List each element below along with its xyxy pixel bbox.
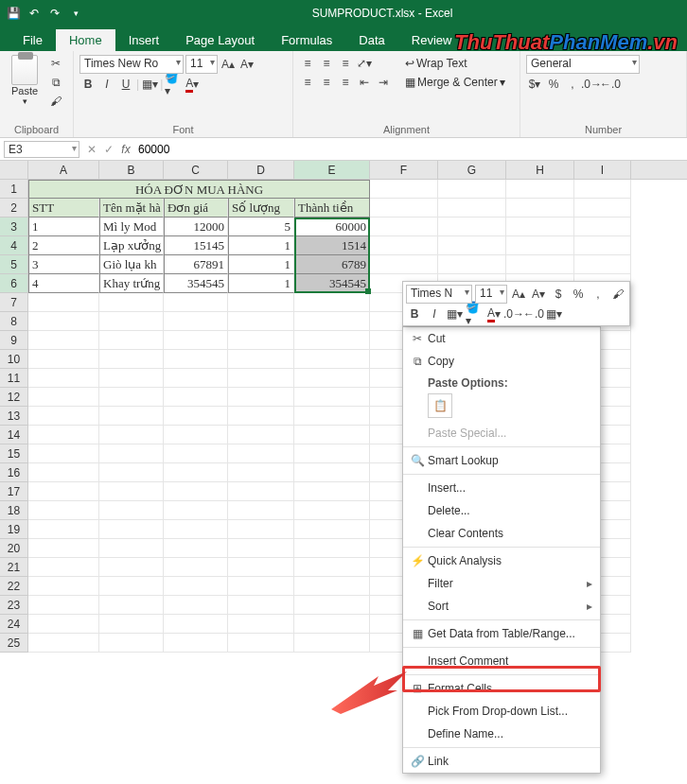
cell[interactable]: Lạp xưởng xyxy=(99,236,164,255)
row-header[interactable]: 21 xyxy=(0,558,28,577)
cell-header[interactable]: Thành tiền xyxy=(294,199,370,218)
cell[interactable] xyxy=(28,577,99,596)
merge-center-button[interactable]: ▦Merge & Center ▾ xyxy=(401,74,509,91)
cell[interactable] xyxy=(164,350,228,369)
row-header[interactable]: 16 xyxy=(0,463,28,482)
copy-icon[interactable]: ⧉ xyxy=(47,74,64,91)
cell[interactable] xyxy=(164,426,228,444)
cell[interactable] xyxy=(28,615,99,634)
percent-icon[interactable]: % xyxy=(545,76,562,93)
font-name-select[interactable]: Times New Ro xyxy=(79,55,184,74)
row-header[interactable]: 25 xyxy=(0,634,28,653)
col-G[interactable]: G xyxy=(438,161,506,179)
cell[interactable] xyxy=(438,180,506,199)
align-middle-icon[interactable]: ≡ xyxy=(318,55,335,72)
cell[interactable] xyxy=(99,577,164,596)
cell-header[interactable]: Tên mặt hà xyxy=(99,199,164,218)
row-header[interactable]: 5 xyxy=(0,255,28,274)
cell[interactable] xyxy=(294,501,370,520)
wrap-text-button[interactable]: ↩Wrap Text xyxy=(401,55,509,72)
cell[interactable] xyxy=(164,369,228,388)
align-left-icon[interactable]: ≡ xyxy=(299,74,316,91)
cell[interactable] xyxy=(99,388,164,407)
row-header[interactable]: 18 xyxy=(0,501,28,520)
cell[interactable] xyxy=(164,615,228,634)
mini-bold-button[interactable]: B xyxy=(406,305,423,322)
cell[interactable] xyxy=(28,407,99,426)
row-header[interactable]: 19 xyxy=(0,520,28,539)
col-F[interactable]: F xyxy=(370,161,438,179)
cell[interactable] xyxy=(228,501,294,520)
select-all-corner[interactable] xyxy=(0,161,28,179)
cell[interactable] xyxy=(99,520,164,539)
ctx-copy[interactable]: ⧉Copy xyxy=(403,350,600,373)
cell[interactable] xyxy=(228,444,294,463)
cell[interactable] xyxy=(164,520,228,539)
row-header[interactable]: 22 xyxy=(0,577,28,596)
cell[interactable] xyxy=(99,312,164,331)
cell[interactable] xyxy=(506,199,574,218)
dec-decimal-icon[interactable]: ←.0 xyxy=(602,76,619,93)
cell[interactable] xyxy=(99,596,164,615)
cell[interactable] xyxy=(574,255,631,274)
cell[interactable] xyxy=(228,426,294,444)
cell[interactable] xyxy=(164,558,228,577)
cell[interactable] xyxy=(28,426,99,444)
cell[interactable] xyxy=(438,199,506,218)
undo-icon[interactable]: ↶ xyxy=(26,6,42,21)
mini-grow-font-icon[interactable]: A▴ xyxy=(510,286,527,303)
cell[interactable]: 5 xyxy=(228,218,294,236)
cell[interactable]: 354545 xyxy=(164,274,228,293)
row-header[interactable]: 3 xyxy=(0,218,28,236)
inc-decimal-icon[interactable]: .0→ xyxy=(583,76,600,93)
cell[interactable] xyxy=(28,350,99,369)
cell[interactable]: Khay trứng xyxy=(99,274,164,293)
ctx-quick-analysis[interactable]: ⚡Quick Analysis xyxy=(403,549,600,572)
cell[interactable] xyxy=(294,293,370,312)
row-header[interactable]: 11 xyxy=(0,369,28,388)
cell[interactable] xyxy=(438,255,506,274)
cell[interactable] xyxy=(28,501,99,520)
grow-font-icon[interactable]: A▴ xyxy=(220,56,237,73)
row-header[interactable]: 6 xyxy=(0,274,28,293)
row-header[interactable]: 20 xyxy=(0,539,28,558)
cell[interactable] xyxy=(99,444,164,463)
mini-shrink-font-icon[interactable]: A▾ xyxy=(530,286,547,303)
mini-dec-decimal-icon[interactable]: ←.0 xyxy=(525,305,542,322)
cell[interactable]: 1 xyxy=(28,218,99,236)
cell[interactable] xyxy=(99,463,164,482)
enter-icon[interactable]: ✓ xyxy=(100,143,117,156)
cell[interactable]: 1 xyxy=(228,236,294,255)
cell[interactable] xyxy=(370,199,438,218)
row-header[interactable]: 17 xyxy=(0,482,28,501)
mini-font-color-icon[interactable]: A▾ xyxy=(485,305,502,322)
mini-percent-icon[interactable]: % xyxy=(570,286,587,303)
cell[interactable] xyxy=(28,463,99,482)
cell[interactable] xyxy=(294,558,370,577)
cell[interactable] xyxy=(294,577,370,596)
cell[interactable] xyxy=(164,407,228,426)
cell[interactable] xyxy=(99,615,164,634)
row-header[interactable]: 4 xyxy=(0,236,28,255)
cell-header[interactable]: STT xyxy=(28,199,99,218)
cell[interactable] xyxy=(294,407,370,426)
cell[interactable] xyxy=(370,236,438,255)
mini-border-icon[interactable]: ▦▾ xyxy=(446,305,463,322)
cell[interactable] xyxy=(228,331,294,350)
row-header[interactable]: 14 xyxy=(0,426,28,444)
cell[interactable] xyxy=(164,444,228,463)
fill-color-icon[interactable]: 🪣▾ xyxy=(165,76,182,93)
bold-button[interactable]: B xyxy=(79,76,97,93)
cell[interactable] xyxy=(574,199,631,218)
italic-button[interactable]: I xyxy=(98,76,115,93)
cell[interactable] xyxy=(574,218,631,236)
tab-page-layout[interactable]: Page Layout xyxy=(172,29,268,51)
paste-button[interactable]: Paste ▾ xyxy=(6,55,44,106)
cell[interactable]: 2 xyxy=(28,236,99,255)
cell[interactable] xyxy=(28,444,99,463)
cell[interactable]: 12000 xyxy=(164,218,228,236)
cell[interactable] xyxy=(294,634,370,653)
row-header[interactable]: 8 xyxy=(0,312,28,331)
cell[interactable] xyxy=(99,350,164,369)
cancel-icon[interactable]: ✕ xyxy=(83,143,100,156)
